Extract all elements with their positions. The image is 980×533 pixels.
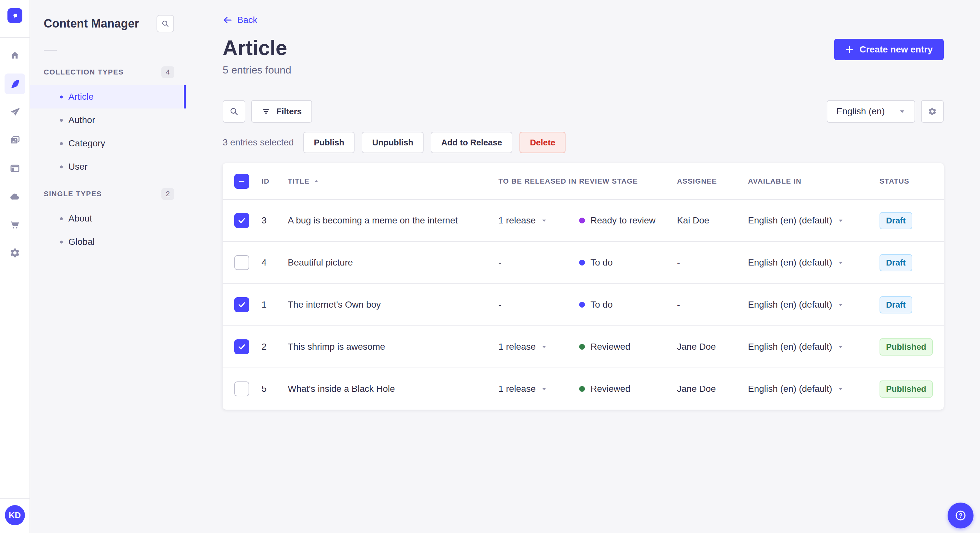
sort-ascending-icon — [313, 178, 319, 184]
help-button[interactable]: ? — [948, 503, 974, 528]
search-icon — [161, 19, 170, 28]
user-area: KD — [0, 498, 30, 533]
row-assignee: Jane Doe — [677, 342, 748, 352]
strapi-logo[interactable] — [8, 8, 22, 23]
row-review-stage: To do — [579, 257, 677, 268]
section-label: SINGLE TYPES — [44, 190, 102, 198]
table-row[interactable]: 2 This shrimp is awesome 1 release Revie… — [223, 325, 944, 368]
chevron-down-icon — [899, 108, 905, 115]
status-badge: Draft — [880, 212, 912, 229]
subnav-title: Content Manager — [44, 17, 139, 30]
row-review-stage: Reviewed — [579, 342, 677, 352]
row-release-dropdown[interactable]: - — [498, 300, 579, 310]
sidebar-item-user[interactable]: User — [30, 155, 186, 178]
table-row[interactable]: 4 Beautiful picture - To do - English (e… — [223, 241, 944, 283]
row-id: 3 — [261, 215, 288, 226]
row-id: 4 — [261, 257, 288, 268]
plus-icon — [845, 45, 854, 54]
main-content: Back Article Create new entry 5 entries … — [186, 0, 980, 533]
delete-button[interactable]: Delete — [520, 132, 565, 153]
table-row[interactable]: 1 The internet's Own boy - To do - Engli… — [223, 283, 944, 325]
row-locale-dropdown[interactable]: English (en) (default) — [748, 257, 880, 268]
create-new-entry-button[interactable]: Create new entry — [834, 39, 944, 60]
row-locale-dropdown[interactable]: English (en) (default) — [748, 342, 880, 352]
divider — [44, 50, 57, 51]
row-release-dropdown[interactable]: - — [498, 257, 579, 268]
chevron-down-icon — [838, 302, 843, 308]
table-search-button[interactable] — [223, 100, 245, 123]
column-header-release: TO BE RELEASED IN — [498, 177, 579, 186]
bullet-icon — [60, 241, 63, 244]
sidebar-content-type-builder-icon[interactable] — [5, 158, 25, 179]
table-row[interactable]: 3 A bug is becoming a meme on the intern… — [223, 199, 944, 241]
add-to-release-button[interactable]: Add to Release — [431, 132, 512, 153]
sidebar-item-author[interactable]: Author — [30, 108, 186, 132]
sidebar-media-library-icon[interactable] — [5, 130, 25, 151]
sidebar-settings-icon[interactable] — [5, 243, 25, 263]
publish-button[interactable]: Publish — [303, 132, 355, 153]
sidebar-releases-icon[interactable] — [5, 102, 25, 122]
subnav-search-button[interactable] — [156, 15, 174, 32]
sidebar-marketplace-icon[interactable] — [5, 214, 25, 235]
sidebar-home-icon[interactable] — [5, 45, 25, 66]
select-all-checkbox[interactable] — [234, 174, 249, 189]
column-header-title[interactable]: TITLE — [288, 177, 498, 186]
chevron-down-icon — [838, 386, 843, 392]
column-header-assignee: ASSIGNEE — [677, 177, 748, 186]
row-locale-dropdown[interactable]: English (en) (default) — [748, 300, 880, 310]
row-checkbox[interactable] — [234, 381, 249, 397]
row-release-dropdown[interactable]: 1 release — [498, 215, 579, 226]
row-checkbox[interactable] — [234, 213, 249, 228]
view-settings-button[interactable] — [921, 100, 944, 123]
search-icon — [229, 106, 239, 116]
minus-icon — [237, 177, 246, 186]
page-title: Article — [223, 37, 287, 59]
row-id: 5 — [261, 384, 288, 394]
row-assignee: - — [677, 257, 748, 268]
content-manager-subnav: Content Manager COLLECTION TYPES 4 Artic… — [30, 0, 186, 533]
row-title: The internet's Own boy — [288, 300, 498, 310]
sidebar-content-manager-icon[interactable] — [5, 73, 25, 94]
stage-dot-icon — [579, 302, 585, 308]
back-link[interactable]: Back — [223, 15, 257, 25]
stage-dot-icon — [579, 344, 585, 350]
locale-select[interactable]: English (en) — [827, 100, 915, 123]
section-label: COLLECTION TYPES — [44, 68, 124, 76]
chevron-down-icon — [541, 217, 547, 224]
filters-button[interactable]: Filters — [251, 100, 312, 123]
check-icon — [237, 216, 246, 225]
sidebar-deploy-icon[interactable] — [5, 186, 25, 207]
bullet-icon — [60, 165, 63, 168]
check-icon — [237, 342, 246, 351]
bullet-icon — [60, 217, 63, 220]
chevron-down-icon — [838, 217, 843, 224]
nav-item-label: About — [68, 213, 92, 224]
entries-count: 5 entries found — [223, 64, 944, 76]
row-review-stage: To do — [579, 300, 677, 310]
row-review-stage: Reviewed — [579, 384, 677, 394]
row-release-dropdown[interactable]: 1 release — [498, 342, 579, 352]
row-locale-dropdown[interactable]: English (en) (default) — [748, 215, 880, 226]
table-header-row: ID TITLE TO BE RELEASED IN REVIEW STAGE … — [223, 163, 944, 199]
table-row[interactable]: 5 What's inside a Black Hole 1 release R… — [223, 368, 944, 409]
row-checkbox[interactable] — [234, 297, 249, 312]
row-checkbox[interactable] — [234, 255, 249, 270]
selection-count: 3 entries selected — [223, 137, 294, 148]
section-count-badge: 4 — [161, 67, 174, 78]
sidebar-item-global[interactable]: Global — [30, 230, 186, 254]
column-header-status: STATUS — [880, 177, 932, 186]
sidebar-item-about[interactable]: About — [30, 207, 186, 230]
row-locale-dropdown[interactable]: English (en) (default) — [748, 384, 880, 394]
stage-dot-icon — [579, 260, 585, 265]
sidebar-item-article[interactable]: Article — [30, 85, 186, 108]
row-release-dropdown[interactable]: 1 release — [498, 384, 579, 394]
bullet-icon — [60, 119, 63, 122]
column-header-review-stage: REVIEW STAGE — [579, 177, 677, 186]
row-checkbox[interactable] — [234, 339, 249, 354]
unpublish-button[interactable]: Unpublish — [362, 132, 423, 153]
chevron-down-icon — [541, 386, 547, 392]
gear-icon — [928, 107, 937, 116]
sidebar-item-category[interactable]: Category — [30, 132, 186, 155]
avatar[interactable]: KD — [5, 505, 25, 525]
nav-item-label: Author — [68, 115, 95, 125]
